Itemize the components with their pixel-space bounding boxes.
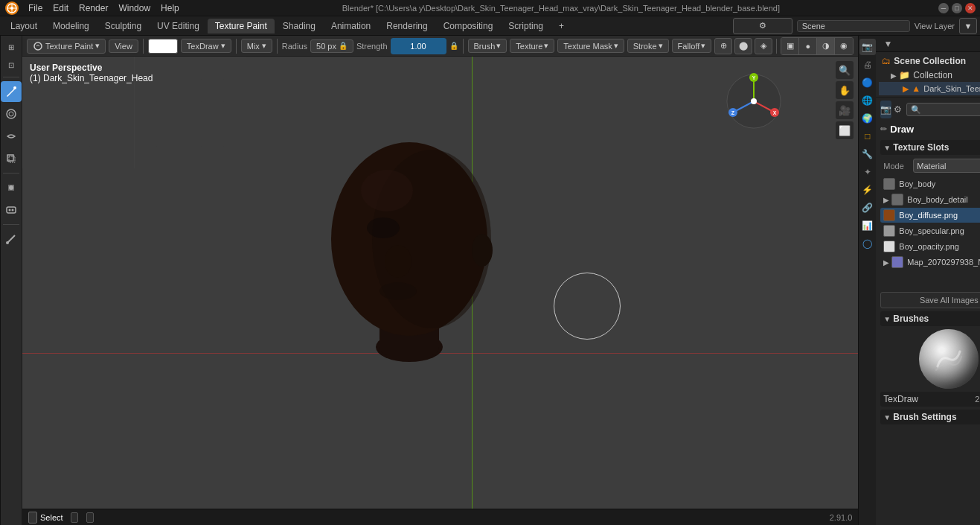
save-all-images-btn[interactable]: Save All Images [880, 292, 980, 308]
object-name: Dark_Skin_Teenager [923, 84, 980, 93]
tab-add[interactable]: + [551, 19, 571, 34]
select-label: Select [40, 513, 63, 522]
prop-icon-particles[interactable]: ✦ [859, 164, 876, 180]
viewport-grid [22, 57, 246, 168]
brush-type-dropdown[interactable]: TexDraw ▾ [181, 39, 231, 53]
tex-item-5[interactable]: Boy_opacity.png [880, 239, 980, 254]
color-swatch[interactable] [148, 39, 178, 54]
texture-dropdown[interactable]: Texture ▾ [510, 39, 554, 53]
tab-texture-paint[interactable]: Texture Paint [208, 19, 275, 34]
xray-btn[interactable]: ◈ [755, 38, 772, 54]
tex-name-5: Boy_opacity.png [899, 242, 980, 251]
brushes-section: ▼ Brushes ⋮ [880, 311, 980, 407]
prop-icon-scene[interactable]: 🌐 [859, 92, 876, 109]
tool-soften[interactable] [1, 104, 22, 124]
brush-dropdown[interactable]: Brush ▾ [468, 39, 507, 53]
tab-layout[interactable]: Layout [3, 19, 45, 34]
brush-settings-header[interactable]: ▼ Brush Settings [880, 410, 980, 424]
prop-icon-view-layer[interactable]: 🔵 [859, 74, 876, 91]
prop-icon-material[interactable]: ◯ [859, 235, 876, 252]
tab-shading[interactable]: Shading [275, 19, 323, 34]
panel-render-icon[interactable]: 📷 [880, 101, 891, 118]
radius-input[interactable]: 50 px 🔒 [310, 39, 353, 53]
tool-mask[interactable] [1, 200, 22, 220]
prop-icon-modifier[interactable]: 🔧 [859, 146, 876, 162]
scene-name-input[interactable] [797, 20, 910, 32]
nav-gizmo-btn[interactable]: ⊕ [714, 38, 732, 54]
hand-icon-btn[interactable]: ✋ [836, 81, 854, 99]
tex-item-2[interactable]: ▶ Boy_body_detail • • • [880, 192, 980, 207]
solid-btn[interactable]: ● [799, 38, 817, 54]
maximize-button[interactable]: □ [952, 3, 962, 13]
blend-mode-dropdown[interactable]: Mix ▾ [241, 39, 272, 53]
tool-smear[interactable] [1, 126, 22, 147]
tool-brush-type[interactable]: ⊡ [1, 57, 22, 73]
viewport-canvas[interactable]: User Perspective (1) Dark_Skin_Teenager_… [22, 57, 858, 509]
prop-icon-output[interactable]: 🖨 [859, 57, 876, 73]
ts-mode-value: Material [917, 162, 946, 171]
object-mesh-icon: ▲ [912, 83, 920, 94]
tex-item-6[interactable]: ▶ Map_2070297938_N... • • • [880, 255, 980, 270]
object-item[interactable]: ▶ ▲ Dark_Skin_Teenager 👁 [879, 82, 980, 95]
tex-item-3[interactable]: Boy_diffuse.png [880, 208, 980, 223]
blender-logo[interactable] [4, 1, 19, 16]
render-region-btn[interactable]: ⬜ [836, 121, 854, 139]
mode-dropdown[interactable]: Texture Paint ▾ [27, 39, 106, 54]
tex-name-4: Boy_specular.png [899, 226, 980, 235]
status-m1 [71, 512, 80, 523]
tab-scripting[interactable]: Scripting [501, 19, 551, 34]
brushes-header[interactable]: ▼ Brushes ⋮ [880, 311, 980, 326]
tab-animation[interactable]: Animation [324, 19, 378, 34]
panel-search-input[interactable] [906, 103, 980, 116]
outliner-filter-btn[interactable]: ▼ [879, 36, 897, 53]
prop-icon-object[interactable]: □ [859, 128, 876, 144]
engine-selector[interactable]: ⚙ [733, 18, 792, 34]
render-btn[interactable]: ◉ [835, 38, 853, 54]
tool-clone[interactable] [1, 148, 22, 169]
tab-compositing[interactable]: Compositing [436, 19, 501, 34]
prop-icon-render[interactable]: 📷 [859, 39, 876, 55]
prop-icon-physics[interactable]: ⚡ [859, 182, 876, 198]
ts-mode-dropdown[interactable]: Material ▾ [913, 159, 980, 173]
prop-icon-data[interactable]: 📊 [859, 217, 876, 234]
menu-file[interactable]: File [24, 1, 47, 15]
brush-dropdown-label: Brush [474, 42, 496, 51]
tool-fill[interactable] [1, 177, 22, 198]
menu-render[interactable]: Render [74, 1, 112, 15]
scene-collection-header[interactable]: 🗂 Scene Collection ☑ 👁 [879, 54, 980, 69]
texture-slots-header[interactable]: ▼ Texture Slots [880, 140, 980, 155]
nav-gizmo[interactable]: Y X Z [724, 71, 784, 131]
material-btn[interactable]: ◑ [817, 38, 835, 54]
tool-annotate[interactable] [1, 229, 22, 249]
panel-settings-icon[interactable]: ⚙ [894, 101, 902, 118]
camera-icon-btn[interactable]: 🎥 [836, 101, 854, 119]
menu-help[interactable]: Help [156, 1, 184, 15]
tex-item-4[interactable]: Boy_specular.png [880, 223, 980, 238]
wireframe-btn[interactable]: ▣ [781, 38, 799, 54]
svg-point-7 [9, 112, 13, 116]
texture-mask-dropdown[interactable]: Texture Mask ▾ [557, 39, 624, 53]
prop-icon-constraints[interactable]: 🔗 [859, 200, 876, 216]
overlay-btn[interactable]: ⬤ [734, 38, 752, 54]
falloff-dropdown[interactable]: Falloff ▾ [672, 39, 712, 53]
tex-swatch-6 [891, 256, 903, 268]
menu-window[interactable]: Window [114, 1, 155, 15]
tool-draw[interactable] [1, 81, 22, 102]
prop-icon-world[interactable]: 🌍 [859, 110, 876, 127]
tab-uv-editing[interactable]: UV Editing [150, 19, 207, 34]
tab-rendering[interactable]: Rendering [379, 19, 435, 34]
collection-item[interactable]: ▶ 📁 Collection ☑ 👁 [879, 69, 980, 82]
tex-swatch-3 [883, 209, 895, 221]
stroke-dropdown[interactable]: Stroke ▾ [627, 39, 669, 53]
tab-sculpting[interactable]: Sculpting [97, 19, 149, 34]
close-button[interactable]: ✕ [965, 3, 976, 13]
view-layer-expand[interactable]: ▼ [959, 18, 977, 34]
tool-mode-toggle[interactable]: ⊞ [1, 39, 22, 55]
menu-edit[interactable]: Edit [48, 1, 73, 15]
tab-modeling[interactable]: Modeling [45, 19, 97, 34]
tex-item-1[interactable]: Boy_body [880, 176, 980, 191]
view-menu[interactable]: View [109, 39, 138, 53]
strength-input[interactable]: 1.00 [391, 38, 446, 54]
zoom-in-icon-btn[interactable]: 🔍 [836, 61, 854, 79]
minimize-button[interactable]: ─ [938, 3, 949, 13]
